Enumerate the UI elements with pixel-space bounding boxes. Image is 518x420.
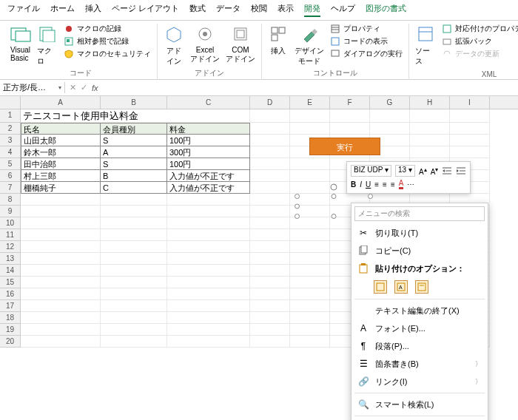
col-header[interactable]: I bbox=[450, 96, 490, 109]
rotate-handle[interactable] bbox=[330, 183, 337, 191]
macro-security-button[interactable]: マクロのセキュリティ bbox=[64, 49, 151, 59]
cell[interactable] bbox=[250, 312, 290, 324]
end-text-edit-menu-item[interactable]: テキスト編集の終了(X) bbox=[352, 302, 488, 319]
cell[interactable] bbox=[250, 123, 290, 135]
map-properties-button[interactable]: 対応付けのプロパティ bbox=[442, 24, 518, 34]
underline-button[interactable]: U bbox=[366, 180, 371, 189]
cell[interactable] bbox=[290, 265, 330, 277]
cell[interactable] bbox=[167, 312, 250, 324]
cell[interactable] bbox=[167, 217, 250, 229]
cell[interactable] bbox=[410, 109, 450, 123]
cell[interactable] bbox=[21, 312, 101, 324]
insert-control-button[interactable]: 挿入 bbox=[268, 24, 289, 56]
macro-button[interactable]: マクロ bbox=[37, 24, 58, 67]
cell[interactable] bbox=[167, 265, 250, 277]
menu-item-6[interactable]: 校閲 bbox=[251, 3, 267, 17]
run-button-shape[interactable]: 実行 bbox=[309, 138, 380, 155]
cell[interactable] bbox=[21, 300, 101, 312]
paste-opt-3[interactable] bbox=[415, 280, 428, 294]
col-header[interactable]: B bbox=[101, 96, 167, 109]
cell[interactable]: B bbox=[101, 170, 167, 182]
resize-handle[interactable] bbox=[295, 214, 300, 219]
cell[interactable] bbox=[290, 170, 330, 182]
cell[interactable] bbox=[250, 135, 290, 146]
align-left-button[interactable]: ≡ bbox=[374, 180, 379, 189]
resize-handle[interactable] bbox=[295, 204, 300, 209]
design-mode-button[interactable]: デザイン モード bbox=[295, 24, 324, 67]
cell[interactable] bbox=[330, 109, 370, 123]
cell[interactable] bbox=[250, 241, 290, 253]
cell[interactable] bbox=[370, 109, 410, 123]
bullets-menu-item[interactable]: ☰箇条書き(B)〉 bbox=[352, 355, 488, 373]
cell[interactable] bbox=[250, 253, 290, 265]
cell[interactable] bbox=[290, 288, 330, 300]
cell[interactable] bbox=[21, 194, 101, 206]
cell[interactable] bbox=[290, 217, 330, 229]
cell[interactable] bbox=[250, 265, 290, 277]
col-header[interactable]: G bbox=[370, 96, 410, 109]
cell[interactable] bbox=[250, 300, 290, 312]
col-header[interactable]: F bbox=[330, 96, 370, 109]
paste-opt-1[interactable] bbox=[374, 280, 387, 294]
excel-addin-button[interactable]: Excel アドイン bbox=[190, 24, 220, 64]
cell[interactable] bbox=[410, 135, 450, 146]
col-header[interactable]: A bbox=[21, 96, 101, 109]
col-header[interactable]: H bbox=[410, 96, 450, 109]
cell[interactable] bbox=[101, 277, 167, 288]
cell[interactable] bbox=[167, 336, 250, 348]
smart-lookup-menu-item[interactable]: 🔍スマート検索(L) bbox=[352, 396, 488, 413]
link-menu-item[interactable]: 🔗リンク(I)〉 bbox=[352, 373, 488, 390]
paragraph-menu-item[interactable]: ¶段落(P)... bbox=[352, 337, 488, 355]
name-box[interactable]: 正方形/長…▾ bbox=[0, 82, 65, 93]
cell[interactable] bbox=[21, 229, 101, 241]
cell[interactable] bbox=[21, 206, 101, 217]
col-header[interactable]: E bbox=[290, 96, 330, 109]
resize-handle[interactable] bbox=[368, 194, 373, 199]
row-header[interactable]: 14 bbox=[0, 265, 21, 277]
cell[interactable] bbox=[290, 336, 330, 348]
resize-handle[interactable] bbox=[332, 214, 337, 219]
menu-item-1[interactable]: ホーム bbox=[50, 3, 75, 17]
cell[interactable] bbox=[21, 265, 101, 277]
menu-item-2[interactable]: 挿入 bbox=[85, 3, 101, 17]
cell[interactable] bbox=[21, 253, 101, 265]
row-header[interactable]: 15 bbox=[0, 277, 21, 288]
cell[interactable] bbox=[410, 123, 450, 135]
italic-button[interactable]: I bbox=[360, 180, 362, 189]
cell[interactable]: 会員種別 bbox=[101, 123, 167, 135]
cell[interactable]: S bbox=[101, 158, 167, 170]
cell[interactable] bbox=[21, 241, 101, 253]
cell[interactable] bbox=[450, 135, 490, 146]
cell[interactable] bbox=[290, 241, 330, 253]
cell[interactable] bbox=[250, 170, 290, 182]
row-header[interactable]: 18 bbox=[0, 312, 21, 324]
menu-item-0[interactable]: ファイル bbox=[7, 3, 40, 17]
cell[interactable]: A bbox=[101, 146, 167, 158]
cell[interactable] bbox=[101, 336, 167, 348]
row-header[interactable]: 8 bbox=[0, 194, 21, 206]
menu-item-7[interactable]: 表示 bbox=[278, 3, 294, 17]
cell[interactable] bbox=[250, 109, 290, 123]
font-color-button[interactable]: A bbox=[399, 180, 404, 189]
cell[interactable] bbox=[167, 288, 250, 300]
cell[interactable] bbox=[290, 158, 330, 170]
align-right-button[interactable]: ≡ bbox=[391, 180, 395, 189]
row-header[interactable]: 9 bbox=[0, 206, 21, 217]
row-header[interactable]: 12 bbox=[0, 241, 21, 253]
cell[interactable] bbox=[250, 182, 290, 194]
menu-item-8[interactable]: 開発 bbox=[304, 3, 320, 17]
cell[interactable]: 入力値が不正です bbox=[167, 182, 250, 194]
cell[interactable] bbox=[101, 300, 167, 312]
cell[interactable] bbox=[101, 253, 167, 265]
menu-item-9[interactable]: ヘルプ bbox=[331, 3, 355, 17]
row-header[interactable]: 4 bbox=[0, 146, 21, 158]
cell[interactable] bbox=[101, 241, 167, 253]
cell[interactable] bbox=[250, 288, 290, 300]
row-header[interactable]: 19 bbox=[0, 324, 21, 336]
properties-button[interactable]: プロパティ bbox=[330, 24, 403, 34]
cell[interactable]: C bbox=[101, 182, 167, 194]
row-header[interactable]: 20 bbox=[0, 336, 21, 348]
cell[interactable] bbox=[330, 123, 370, 135]
cell[interactable] bbox=[21, 324, 101, 336]
cell[interactable] bbox=[290, 312, 330, 324]
